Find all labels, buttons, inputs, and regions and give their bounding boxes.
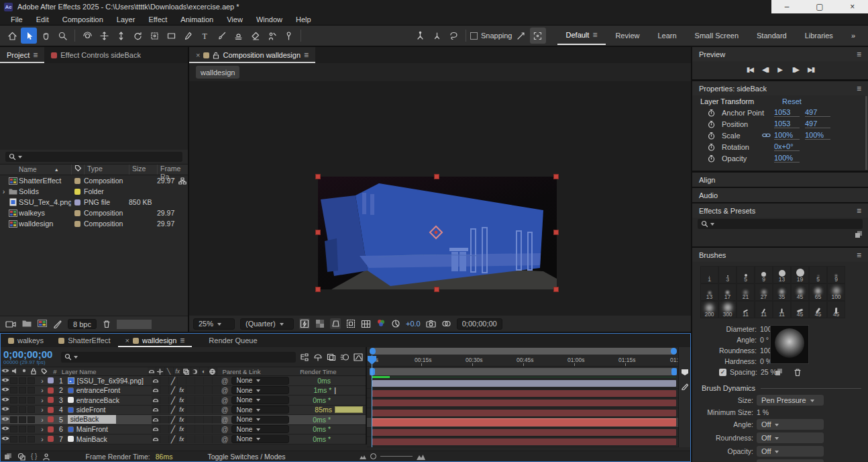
parent-dropdown[interactable]: None [231,425,289,433]
label-chip[interactable] [48,436,54,442]
trash-icon[interactable] [103,320,111,328]
label-chip[interactable] [48,397,54,403]
menu-window[interactable]: Window [250,13,289,26]
expand-arrow-icon[interactable]: › [39,425,46,433]
orbit-camera-tool-icon[interactable] [79,28,95,44]
layer-bar-5-selected[interactable] [372,418,676,426]
unlock-icon[interactable] [213,52,219,59]
exposure-value[interactable]: +0.0 [406,320,421,328]
project-item-shattereffect[interactable]: ShatterEffect Composition 29.97 [0,175,188,186]
menu-help[interactable]: Help [289,13,318,26]
project-item-walldesign[interactable]: walldesign Composition 29.97 [0,218,188,229]
panel-menu-icon[interactable]: ≡ [857,50,861,59]
snapshot-camera-icon[interactable] [426,320,436,328]
eraser-tool-icon[interactable] [247,28,263,44]
spacing-checkbox[interactable]: ✓ [719,369,726,376]
brush-preset[interactable]: 5 [809,266,827,283]
work-area-end-handle[interactable] [671,368,677,375]
restore-icon[interactable]: ▢ [816,2,823,11]
brush-preset[interactable]: 65 [809,283,827,301]
stopwatch-icon[interactable] [692,109,715,117]
author-icon[interactable] [42,453,50,461]
position-x-value[interactable]: 1053 [774,120,800,128]
quality-switch[interactable]: ╱ [169,406,178,414]
time-ruler[interactable]: 0s 00:15s 00:30s 00:45s 01:00s 01:15s 01… [367,355,678,367]
comp-marker-bin-icon[interactable] [681,369,689,376]
fx-switch[interactable]: fx [178,386,186,394]
parent-link-column[interactable]: Parent & Link [218,368,299,375]
label-chip[interactable] [48,416,54,422]
menu-effect[interactable]: Effect [142,13,174,26]
brush-preset[interactable]: 100 [827,283,845,301]
audio-panel[interactable]: Audio [692,188,868,202]
mask-visibility-icon[interactable] [330,318,341,329]
brush-preset[interactable]: 1 [700,266,718,283]
first-frame-icon[interactable]: ▮◀ [747,66,753,73]
shy-switch[interactable] [152,425,160,433]
anchor-y-value[interactable]: 497 [805,108,830,117]
graph-editor-icon[interactable] [354,353,363,361]
viewer-timecode[interactable]: 0;00;00;00 [457,318,502,330]
snapping-toggle[interactable]: Snapping [470,32,512,40]
shy-switch[interactable] [152,386,160,394]
layer-bar-3[interactable] [372,400,676,406]
stopwatch-icon[interactable] [692,154,715,163]
brush-preset[interactable]: 11 [737,301,755,318]
time-navigator-bar[interactable] [370,348,677,355]
quality-switch[interactable]: ╱ [169,377,178,385]
quality-switch[interactable]: ╱ [169,386,178,394]
home-icon[interactable] [4,28,20,44]
shy-switch[interactable] [152,416,160,424]
selection-tool-icon[interactable] [21,28,37,44]
toggle-switches-modes-button[interactable]: Toggle Switches / Modes [207,453,285,461]
last-frame-icon[interactable]: ▶▮ [808,66,814,73]
expressions-icon[interactable]: { } [31,453,37,460]
brush-preset[interactable]: 21 [737,283,755,301]
brush-preset[interactable]: 45 [809,301,827,318]
scale-y-value[interactable]: 100% [805,131,830,140]
shy-switch[interactable] [152,396,160,404]
zoom-slider-knob[interactable] [370,453,376,459]
draft-3d-icon[interactable] [17,453,25,461]
comp-breadcrumb-button[interactable]: walldesign [196,66,239,79]
label-chip[interactable] [74,189,80,195]
new-folder-icon[interactable] [22,320,32,328]
expand-arrow-icon[interactable]: › [39,435,46,443]
pan-camera-tool-icon[interactable] [96,28,112,44]
label-chip[interactable] [74,178,80,184]
layer-row-3[interactable]: › 3 entranceBack ╱fx @None 0ms * [1,396,366,406]
search-options-chevron-icon[interactable] [18,156,22,160]
rectangle-tool-icon[interactable] [163,28,179,44]
panel-menu-icon[interactable]: ≡ [180,336,184,345]
brush-preset[interactable]: 11 [755,301,773,318]
layer-bar-4[interactable] [372,410,676,416]
opacity-select[interactable]: Off [757,446,824,457]
layer-bar-6[interactable] [372,429,676,436]
video-eye-icon[interactable] [1,406,10,413]
menu-layer[interactable]: Layer [110,13,142,26]
reset-link[interactable]: Reset [782,97,802,105]
parent-dropdown[interactable]: None [231,377,289,385]
label-chip[interactable] [48,377,54,383]
expand-arrow-icon[interactable]: › [39,386,46,394]
opacity-value[interactable]: 100% [774,154,800,163]
brush-tool-icon[interactable] [213,28,229,44]
panel-menu-icon[interactable]: ≡ [857,84,861,93]
exposure-icon[interactable] [391,319,400,328]
video-eye-icon[interactable] [1,377,10,384]
label-chip[interactable] [74,199,80,205]
menu-view[interactable]: View [220,13,250,26]
pin-large-icon[interactable] [412,28,428,44]
pickwhip-icon[interactable]: @ [221,435,229,443]
play-icon[interactable]: ▶ [777,66,783,73]
composition-canvas[interactable] [189,81,691,316]
parent-dropdown[interactable]: None [231,406,289,414]
panel-menu-icon[interactable]: ≡ [857,250,861,260]
align-panel[interactable]: Align [692,173,868,187]
layer-row-4[interactable]: › 4 sideFront ╱fx @None 85ms [1,406,366,416]
parent-dropdown[interactable]: None [231,386,289,394]
brush-preset[interactable]: 11 [773,301,791,318]
brush-preset[interactable]: 9 [827,266,845,283]
video-eye-icon[interactable] [1,426,10,432]
parent-dropdown[interactable]: None [231,396,289,404]
